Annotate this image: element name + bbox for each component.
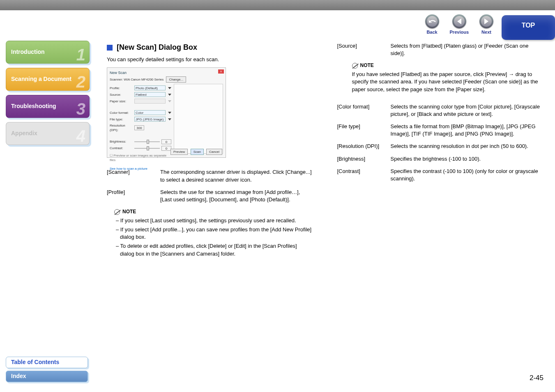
resolution-input[interactable]: 300 — [134, 125, 144, 130]
chevron-down-icon — [168, 100, 171, 102]
papersize-select — [134, 99, 166, 104]
note-icon — [352, 63, 358, 69]
note-heading: NOTE — [352, 62, 543, 69]
sidebar: Introduction 1 Scanning a Document 2 Tro… — [0, 35, 94, 360]
chevron-down-icon — [168, 94, 171, 96]
dialog-actions: Preview Scan Cancel — [169, 149, 222, 155]
sidebar-item-number: 4 — [76, 125, 85, 148]
note-text: If you have selected [Flatbed] as the pa… — [352, 71, 543, 93]
scanner-line-text: Scanner: WIA Canon MF4200 Series — [110, 78, 164, 81]
page-number: 2-45 — [530, 373, 543, 383]
index-label: Index — [11, 372, 26, 380]
separate-files-checkbox[interactable]: ☐ Preview or scan images as separate fil… — [110, 153, 171, 162]
def-brightness: [Brightness] Specifies the brightness (-… — [337, 155, 543, 163]
def-contrast: [Contrast] Specifies the contrast (-100 … — [337, 168, 543, 182]
column-right: [Source] Selects from [Flatbed] (Platen … — [337, 42, 543, 352]
note-list: If you select [Last used settings], the … — [114, 217, 313, 258]
scan-button[interactable]: Scan — [191, 149, 204, 155]
previous-button[interactable]: Previous — [450, 14, 469, 35]
resolution-label: Resolution (DPI): — [110, 123, 133, 132]
chevron-down-icon — [168, 118, 171, 120]
colorfmt-row: Color format: Color — [110, 110, 171, 115]
bullet-square-icon — [107, 45, 113, 51]
note-label: NOTE — [122, 208, 136, 215]
separate-files-label: Preview or scan images as separate files — [110, 154, 166, 162]
sidebar-item-number: 2 — [76, 70, 85, 93]
dialog-title: New Scan — [110, 70, 223, 76]
def-value: Specifies the brightness (-100 to 100). — [391, 155, 543, 163]
def-key: [Profile] — [107, 189, 160, 203]
header: ⤺ Back Previous Next TOP — [0, 10, 555, 35]
note-heading: NOTE — [114, 208, 313, 215]
main: [New Scan] Dialog Box You can specify de… — [94, 35, 555, 360]
sidebar-item-troubleshooting[interactable]: Troubleshooting 3 — [6, 95, 90, 118]
close-icon[interactable]: x — [218, 69, 224, 74]
contrast-row: Contrast: 0 — [110, 146, 171, 151]
filetype-select[interactable]: JPG (JPEG Image) — [134, 117, 166, 122]
column-left: [New Scan] Dialog Box You can specify de… — [107, 42, 313, 352]
preview-button[interactable]: Preview — [170, 149, 188, 155]
def-resolution: [Resolution (DPI)] Selects the scanning … — [337, 143, 543, 150]
sidebar-item-introduction[interactable]: Introduction 1 — [6, 41, 90, 64]
profile-row: Profile: Photo (Default) — [110, 85, 171, 90]
def-colorformat: [Color format] Selects the scanning colo… — [337, 103, 543, 118]
change-button[interactable]: Change... — [166, 76, 186, 83]
index-button[interactable]: Index — [6, 371, 88, 382]
source-label: Source: — [110, 92, 133, 97]
papersize-row: Paper size: — [110, 99, 171, 104]
back-label: Back — [426, 29, 437, 35]
note-item: To delete or edit added profiles, click … — [116, 242, 313, 257]
toc-button[interactable]: Table of Contents — [6, 357, 88, 368]
def-value: Selects the use for the scanned image fr… — [160, 189, 313, 203]
sidebar-item-scanning[interactable]: Scanning a Document 2 — [6, 68, 90, 91]
content: Introduction 1 Scanning a Document 2 Tro… — [0, 35, 555, 360]
colorfmt-select[interactable]: Color — [134, 110, 166, 115]
sidebar-item-label: Troubleshooting — [11, 102, 56, 111]
section-intro: You can specify detailed settings for ea… — [107, 56, 313, 63]
next-button[interactable]: Next — [479, 14, 493, 35]
footer: Table of Contents Index — [6, 357, 88, 385]
def-key: [Contrast] — [337, 168, 391, 182]
help-link[interactable]: See how to scan a picture — [110, 166, 171, 171]
def-value: Selects from [Flatbed] (Platen glass) or… — [391, 42, 543, 57]
def-key: [Brightness] — [337, 155, 391, 163]
def-key: [Resolution (DPI)] — [337, 143, 391, 150]
next-icon — [479, 14, 493, 28]
contrast-slider[interactable] — [134, 148, 160, 149]
top-button[interactable]: TOP — [502, 15, 555, 40]
def-value: Selects the scanning color type from [Co… — [391, 103, 543, 118]
colorfmt-label: Color format: — [110, 111, 133, 115]
def-value: Selects a file format from [BMP (Bitmap … — [391, 123, 543, 138]
def-key: [File type] — [337, 123, 391, 138]
back-icon: ⤺ — [425, 14, 439, 28]
back-button[interactable]: ⤺ Back — [425, 14, 439, 35]
def-filetype: [File type] Selects a file format from [… — [337, 123, 543, 138]
previous-icon — [452, 14, 466, 28]
source-select[interactable]: Flatbed — [134, 92, 166, 97]
brightness-slider[interactable] — [134, 141, 160, 142]
def-key: [Color format] — [337, 103, 391, 118]
filetype-label: File type: — [110, 117, 133, 122]
def-value: Specifies the contrast (-100 to 100) (on… — [391, 168, 543, 182]
section-title-text: [New Scan] Dialog Box — [117, 43, 197, 51]
def-source: [Source] Selects from [Flatbed] (Platen … — [337, 42, 543, 57]
sidebar-item-number: 3 — [76, 97, 85, 120]
chevron-down-icon — [168, 112, 171, 114]
note-item: If you select [Last used settings], the … — [116, 217, 313, 224]
source-row: Source: Flatbed — [110, 92, 171, 97]
brightness-value[interactable]: 0 — [161, 139, 171, 144]
section-title: [New Scan] Dialog Box — [107, 42, 313, 53]
top-label: TOP — [522, 21, 535, 30]
profile-select[interactable]: Photo (Default) — [134, 85, 166, 90]
cancel-button[interactable]: Cancel — [206, 149, 222, 155]
profile-label: Profile: — [110, 86, 133, 90]
contrast-label: Contrast: — [110, 146, 133, 150]
dialog-left: Profile: Photo (Default) Source: Flatbed… — [110, 84, 171, 171]
note-label: NOTE — [360, 62, 374, 69]
def-value: Selects the scanning resolution in dot p… — [391, 143, 543, 150]
header-nav: ⤺ Back Previous Next — [425, 14, 493, 35]
new-scan-dialog: New Scan x Scanner: WIA Canon MF4200 Ser… — [107, 67, 226, 158]
papersize-label: Paper size: — [110, 99, 133, 104]
filetype-row: File type: JPG (JPEG Image) — [110, 117, 171, 122]
sidebar-item-appendix[interactable]: Appendix 4 — [6, 122, 90, 145]
